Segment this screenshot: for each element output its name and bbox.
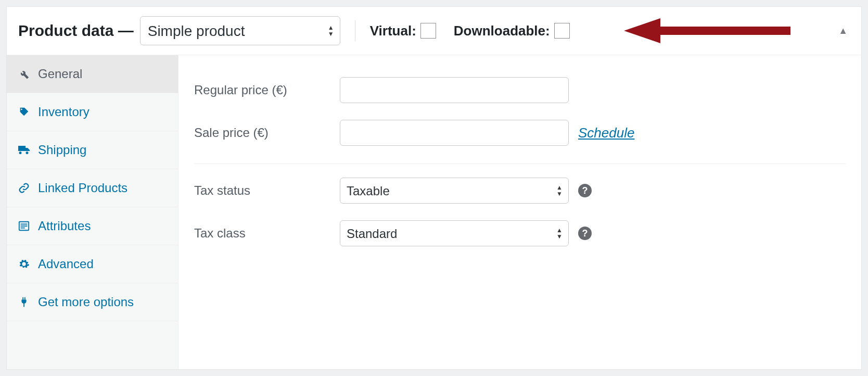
help-icon[interactable]: ? — [578, 227, 592, 240]
svg-rect-4 — [21, 228, 25, 229]
help-icon[interactable]: ? — [578, 184, 592, 197]
tab-linked-products[interactable]: Linked Products — [7, 169, 178, 207]
downloadable-checkbox[interactable] — [554, 23, 570, 39]
row-tax-class: Tax class Standard ▲▼ ? — [194, 212, 846, 255]
panel-title: Product data — — [18, 22, 134, 40]
schedule-link[interactable]: Schedule — [578, 125, 634, 141]
svg-rect-3 — [21, 225, 28, 227]
gear-icon — [17, 257, 31, 271]
row-sale-price: Sale price (€) Schedule — [194, 111, 846, 164]
list-icon — [17, 219, 31, 233]
sale-price-input[interactable] — [340, 120, 569, 146]
row-tax-status: Tax status Taxable ▲▼ ? — [194, 169, 846, 212]
tab-label: Shipping — [38, 143, 86, 157]
general-tab-content: Regular price (€) Sale price (€) Schedul… — [178, 55, 861, 369]
tax-status-label: Tax status — [194, 183, 340, 198]
tax-class-select[interactable]: Standard — [340, 220, 569, 246]
panel-header: Product data — Simple product ▲▼ Virtual… — [7, 7, 861, 55]
downloadable-label: Downloadable: — [454, 23, 550, 39]
row-regular-price: Regular price (€) — [194, 69, 846, 111]
tab-attributes[interactable]: Attributes — [7, 207, 178, 245]
tax-status-select[interactable]: Taxable — [340, 178, 569, 204]
tab-label: Inventory — [38, 105, 90, 119]
annotation-arrow-icon — [624, 17, 790, 44]
truck-icon — [17, 143, 31, 157]
product-type-select[interactable]: Simple product — [140, 16, 340, 45]
sale-price-label: Sale price (€) — [194, 126, 340, 140]
tab-label: Get more options — [38, 295, 134, 309]
product-data-tabs: General Inventory Shipping Linked Produc… — [7, 55, 178, 369]
tab-label: Attributes — [38, 219, 91, 233]
tag-icon — [17, 105, 31, 119]
panel-body: General Inventory Shipping Linked Produc… — [7, 55, 861, 369]
product-data-panel: Product data — Simple product ▲▼ Virtual… — [6, 6, 862, 370]
tab-advanced[interactable]: Advanced — [7, 245, 178, 283]
tab-shipping[interactable]: Shipping — [7, 131, 178, 169]
wrench-icon — [17, 67, 31, 81]
divider — [355, 20, 355, 41]
virtual-label: Virtual: — [370, 23, 416, 39]
tab-get-more-options[interactable]: Get more options — [7, 283, 178, 321]
virtual-checkbox[interactable] — [420, 23, 436, 39]
tab-inventory[interactable]: Inventory — [7, 93, 178, 131]
tab-label: General — [38, 67, 82, 81]
plug-icon — [17, 295, 31, 309]
link-icon — [17, 181, 31, 195]
tab-general[interactable]: General — [7, 55, 178, 93]
regular-price-input[interactable] — [340, 77, 569, 103]
regular-price-label: Regular price (€) — [194, 83, 340, 97]
tax-class-label: Tax class — [194, 226, 340, 241]
svg-marker-0 — [624, 18, 790, 43]
svg-rect-2 — [21, 223, 28, 224]
tab-label: Advanced — [38, 257, 94, 271]
collapse-toggle[interactable]: ▲ — [838, 26, 848, 36]
tab-label: Linked Products — [38, 181, 127, 195]
